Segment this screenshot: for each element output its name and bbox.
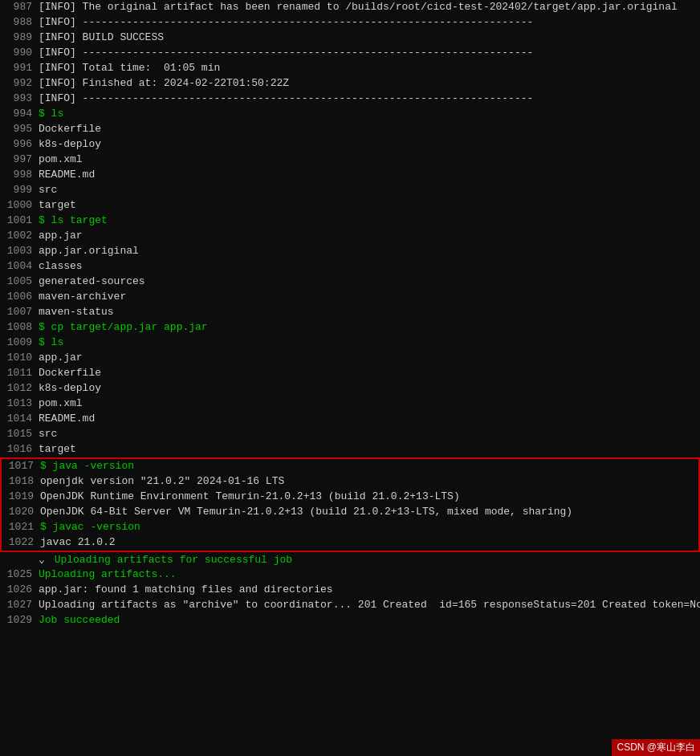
log-line: 1004 classes <box>0 259 700 274</box>
line-number: 1018 <box>2 474 40 487</box>
log-line: 1014 README.md <box>0 412 700 427</box>
line-content: generated-sources <box>39 274 700 287</box>
line-number: 1029 <box>0 613 39 626</box>
line-number: 1006 <box>0 290 39 303</box>
line-number: 1025 <box>0 567 39 580</box>
line-number: 992 <box>0 76 39 89</box>
line-number: 1008 <box>0 320 39 333</box>
terminal: 987 [INFO] The original artifact has bee… <box>0 0 700 756</box>
log-line: 1008 $ cp target/app.jar app.jar <box>0 320 700 335</box>
log-area: 987 [INFO] The original artifact has bee… <box>0 0 700 628</box>
line-number: 1015 <box>0 427 39 440</box>
log-line: 1015 src <box>0 427 700 442</box>
line-number: 1010 <box>0 351 39 364</box>
line-number: 1012 <box>0 381 39 394</box>
watermark: CSDN @寒山李白 <box>612 739 700 756</box>
log-line: 1022 javac 21.0.2 <box>2 535 698 551</box>
log-line: 1025 Uploading artifacts... <box>0 567 700 583</box>
log-line: 1001 $ ls target <box>0 213 700 229</box>
uploading-section: ⌄ Uploading artifacts for successful job… <box>0 552 700 628</box>
line-number: 1002 <box>0 229 39 242</box>
log-line: 999 src <box>0 183 700 198</box>
line-number: 1026 <box>0 583 39 595</box>
line-content: classes <box>39 259 700 272</box>
line-content: $ cp target/app.jar app.jar <box>39 320 700 333</box>
line-number: 993 <box>0 91 39 104</box>
line-number: 1027 <box>0 598 39 611</box>
log-line: 994 $ ls <box>0 107 700 122</box>
line-content: target <box>39 442 700 455</box>
line-content: $ ls <box>39 107 700 120</box>
log-line: 1010 app.jar <box>0 351 700 366</box>
line-number: 994 <box>0 107 39 120</box>
line-content: $ javac -version <box>40 520 698 533</box>
line-content: app.jar.original <box>39 244 700 257</box>
line-content: Uploading artifacts as "archive" to coor… <box>39 598 700 611</box>
line-content: pom.xml <box>39 396 700 409</box>
line-content: openjdk version "21.0.2" 2024-01-16 LTS <box>40 474 698 487</box>
line-number: 990 <box>0 46 39 59</box>
line-content: javac 21.0.2 <box>40 535 698 548</box>
chevron-icon: ⌄ <box>39 553 51 566</box>
line-content: src <box>39 427 700 440</box>
line-number: 1007 <box>0 305 39 318</box>
log-line: 1016 target <box>0 442 700 457</box>
line-number: 996 <box>0 137 39 150</box>
line-content: README.md <box>39 168 700 181</box>
log-line: 1003 app.jar.original <box>0 244 700 259</box>
log-line: 1017 $ java -version <box>2 459 698 474</box>
log-line: 987 [INFO] The original artifact has bee… <box>0 0 700 15</box>
line-number: 1016 <box>0 442 39 455</box>
line-number: 998 <box>0 168 39 181</box>
log-line: 1027 Uploading artifacts as "archive" to… <box>0 598 700 613</box>
line-content: [INFO] ---------------------------------… <box>39 15 700 28</box>
line-number: 987 <box>0 0 39 13</box>
line-number: 1011 <box>0 366 39 379</box>
line-content: Dockerfile <box>39 366 700 379</box>
log-line: 1018 openjdk version "21.0.2" 2024-01-16… <box>2 474 698 490</box>
log-line: 1012 k8s-deploy <box>0 381 700 396</box>
line-number: 1004 <box>0 259 39 272</box>
line-content: app.jar <box>39 229 700 242</box>
log-line: 1006 maven-archiver <box>0 290 700 305</box>
line-content: target <box>39 198 700 211</box>
line-content: README.md <box>39 412 700 425</box>
log-line-uploading-header[interactable]: ⌄ Uploading artifacts for successful job <box>0 552 700 567</box>
line-number: 1013 <box>0 396 39 409</box>
log-line: 1011 Dockerfile <box>0 366 700 381</box>
line-number: 1000 <box>0 198 39 211</box>
line-content: k8s-deploy <box>39 381 700 394</box>
line-content: [INFO] ---------------------------------… <box>39 91 700 104</box>
line-number: 1003 <box>0 244 39 257</box>
log-line: 1013 pom.xml <box>0 396 700 412</box>
line-content: ⌄ Uploading artifacts for successful job <box>39 552 700 566</box>
line-number: 997 <box>0 152 39 165</box>
log-line: 991 [INFO] Total time: 01:05 min <box>0 61 700 76</box>
log-line: 992 [INFO] Finished at: 2024-02-22T01:50… <box>0 76 700 91</box>
line-content: $ ls target <box>39 213 700 226</box>
line-content: maven-status <box>39 305 700 318</box>
log-line: 990 [INFO] -----------------------------… <box>0 46 700 61</box>
line-number: 989 <box>0 30 39 43</box>
line-content: $ ls <box>39 335 700 348</box>
line-content: [INFO] The original artifact has been re… <box>39 0 700 13</box>
line-content: $ java -version <box>40 459 698 472</box>
log-line: 1021 $ javac -version <box>2 520 698 535</box>
log-line: 995 Dockerfile <box>0 122 700 137</box>
log-line: 1020 OpenJDK 64-Bit Server VM Temurin-21… <box>2 505 698 520</box>
log-line: 997 pom.xml <box>0 152 700 168</box>
line-number <box>0 552 39 553</box>
line-content: pom.xml <box>39 152 700 165</box>
line-number: 1005 <box>0 274 39 287</box>
log-line: 1005 generated-sources <box>0 274 700 290</box>
line-content: [INFO] Total time: 01:05 min <box>39 61 700 74</box>
log-line: 1002 app.jar <box>0 229 700 244</box>
line-number: 1020 <box>2 505 40 518</box>
line-content: maven-archiver <box>39 290 700 303</box>
line-number: 988 <box>0 15 39 28</box>
line-content: [INFO] ---------------------------------… <box>39 46 700 59</box>
line-number: 1014 <box>0 412 39 425</box>
line-number: 1021 <box>2 520 40 533</box>
log-line: 1000 target <box>0 198 700 213</box>
line-content: src <box>39 183 700 196</box>
